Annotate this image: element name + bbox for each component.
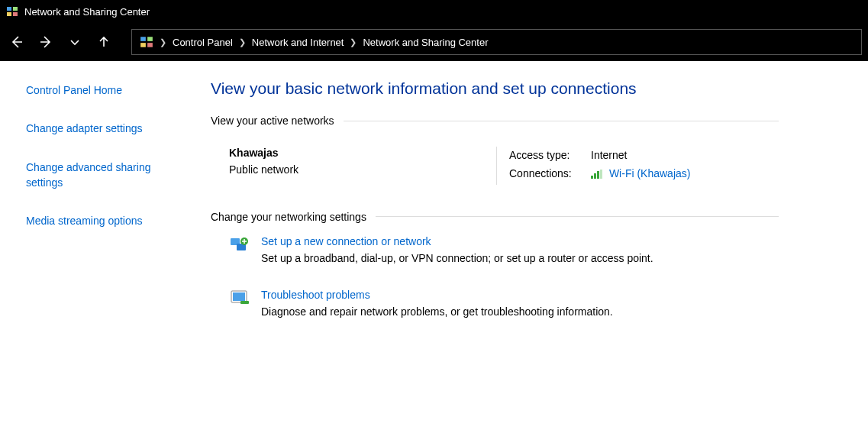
app-icon [6, 5, 18, 18]
option-desc: Diagnose and repair network problems, or… [261, 305, 613, 318]
access-type-value: Internet [591, 147, 627, 165]
chevron-right-icon[interactable]: ❯ [239, 37, 246, 47]
svg-rect-9 [594, 173, 596, 179]
option-desc: Set up a broadband, dial-up, or VPN conn… [261, 252, 653, 264]
option-setup-connection: Set up a new connection or network Set u… [211, 231, 779, 284]
sidebar-home-link[interactable]: Control Panel Home [26, 82, 198, 98]
toolbar: ❯ Control Panel ❯ Network and Internet ❯… [0, 23, 868, 61]
section-label: View your active networks [211, 115, 334, 127]
svg-rect-4 [140, 37, 146, 41]
recent-dropdown-button[interactable] [63, 30, 87, 54]
svg-rect-8 [591, 176, 593, 179]
titlebar: Network and Sharing Center [0, 0, 868, 23]
breadcrumb-item[interactable]: Network and Sharing Center [363, 37, 488, 48]
divider [344, 121, 779, 121]
up-button[interactable] [92, 30, 116, 54]
option-link[interactable]: Troubleshoot problems [261, 289, 370, 301]
svg-rect-3 [13, 12, 18, 16]
svg-rect-7 [147, 43, 153, 47]
window-title: Network and Sharing Center [24, 6, 150, 18]
svg-rect-5 [147, 37, 153, 41]
svg-rect-1 [13, 7, 18, 11]
connection-link[interactable]: Wi-Fi (Khawajas) [609, 167, 691, 179]
wifi-signal-icon [591, 166, 603, 185]
svg-rect-16 [233, 292, 245, 301]
svg-rect-0 [7, 7, 11, 11]
svg-rect-17 [240, 301, 249, 304]
section-active-networks: View your active networks [211, 115, 779, 127]
svg-rect-6 [140, 43, 146, 47]
divider [376, 216, 779, 217]
setup-connection-icon [229, 235, 250, 257]
connections-label: Connections: [509, 165, 582, 185]
breadcrumb-item[interactable]: Control Panel [173, 37, 233, 48]
section-label: Change your networking settings [211, 211, 366, 223]
svg-rect-2 [7, 12, 11, 16]
sidebar-link-adapter[interactable]: Change adapter settings [26, 121, 198, 136]
page-heading: View your basic network information and … [211, 79, 779, 98]
forward-button[interactable] [34, 30, 58, 54]
svg-rect-10 [597, 171, 599, 179]
active-network-block: Khawajas Public network Access type: Int… [211, 134, 779, 211]
chevron-right-icon[interactable]: ❯ [350, 37, 357, 47]
sidebar: Control Panel Home Change adapter settin… [0, 61, 198, 338]
chevron-right-icon[interactable]: ❯ [160, 37, 166, 47]
option-troubleshoot: Troubleshoot problems Diagnose and repai… [211, 284, 779, 338]
sidebar-link-media-streaming[interactable]: Media streaming options [26, 213, 198, 228]
breadcrumb-item[interactable]: Network and Internet [252, 37, 344, 48]
section-change-settings: Change your networking settings [211, 211, 779, 223]
troubleshoot-icon [229, 289, 250, 310]
network-name: Khawajas [229, 147, 496, 159]
network-type: Public network [229, 163, 496, 176]
access-type-label: Access type: [509, 147, 582, 165]
address-icon [140, 35, 153, 49]
main-panel: View your basic network information and … [198, 61, 779, 338]
svg-rect-11 [600, 170, 602, 179]
sidebar-link-advanced-sharing[interactable]: Change advanced sharing settings [26, 160, 171, 191]
address-bar[interactable]: ❯ Control Panel ❯ Network and Internet ❯… [131, 29, 862, 55]
back-button[interactable] [5, 30, 29, 54]
option-link[interactable]: Set up a new connection or network [261, 235, 431, 247]
